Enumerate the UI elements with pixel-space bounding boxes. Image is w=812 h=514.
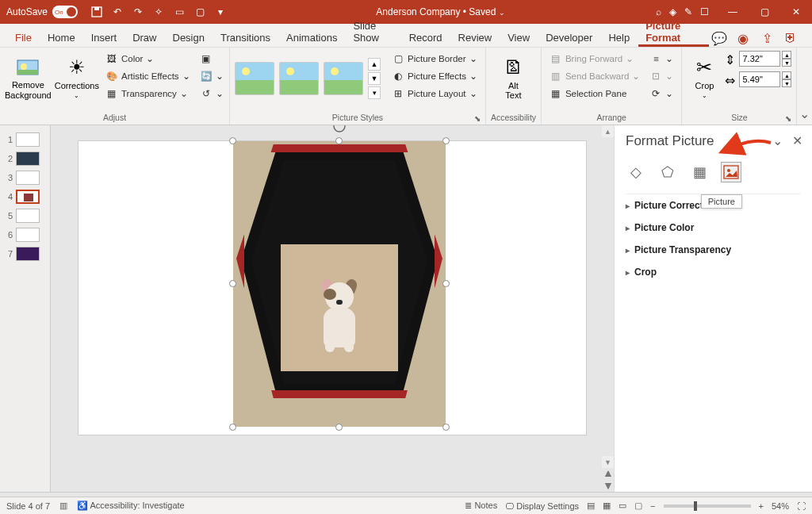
tab-insert[interactable]: Insert: [84, 27, 124, 47]
accessibility-status[interactable]: ♿ Accessibility: Investigate: [77, 501, 185, 511]
minimize-button[interactable]: —: [717, 0, 749, 24]
reading-view-icon[interactable]: ▭: [619, 501, 626, 511]
color-button[interactable]: 🖼Color ⌄: [102, 51, 193, 67]
tab-file[interactable]: File: [8, 27, 39, 47]
thumb-2[interactable]: 2: [0, 149, 50, 168]
slideshow-view-icon[interactable]: ▢: [634, 501, 642, 511]
picture-effects-button[interactable]: ◐Picture Effects ⌄: [389, 68, 481, 84]
tab-draw[interactable]: Draw: [125, 27, 163, 47]
fit-to-window-icon[interactable]: ⛶: [797, 501, 806, 511]
corrections-button[interactable]: ☀ Corrections ⌄: [55, 51, 99, 106]
present-icon[interactable]: ▢: [193, 6, 206, 18]
send-backward-button[interactable]: ▥Send Backward ⌄: [546, 68, 644, 84]
rotate-handle-icon[interactable]: [332, 125, 347, 133]
picture-styles-gallery[interactable]: ▲ ▼ ▾: [235, 51, 381, 106]
selection-pane-button[interactable]: ▦Selection Pane: [546, 86, 644, 102]
section-picture-transparency[interactable]: ▸Picture Transparency: [626, 239, 801, 261]
style-thumb[interactable]: [324, 62, 363, 95]
thumb-7[interactable]: 7: [0, 244, 50, 263]
section-picture-color[interactable]: ▸Picture Color: [626, 217, 801, 239]
slide-counter[interactable]: Slide 4 of 7: [6, 501, 50, 511]
document-title[interactable]: Anderson Company • Saved ⌄: [233, 6, 648, 17]
record-icon[interactable]: ◉: [734, 29, 752, 47]
zoom-out-icon[interactable]: −: [650, 501, 655, 511]
tab-view[interactable]: View: [500, 27, 537, 47]
zoom-level[interactable]: 54%: [772, 501, 789, 511]
autosave[interactable]: AutoSave On: [0, 6, 84, 18]
resize-handle[interactable]: [335, 424, 343, 431]
section-crop[interactable]: ▸Crop: [626, 261, 801, 283]
fill-line-tab-icon[interactable]: ◇: [626, 162, 646, 182]
tab-picture-format[interactable]: Picture Format: [638, 15, 709, 47]
tab-slideshow[interactable]: Slide Show: [346, 15, 400, 47]
thumb-1[interactable]: 1: [0, 130, 50, 149]
vertical-scrollbar[interactable]: ▲ ▼ ⯅⯆: [602, 125, 614, 492]
width-field[interactable]: ⇔ ▲▼: [725, 71, 791, 87]
effects-tab-icon[interactable]: ⬠: [657, 162, 678, 182]
gallery-down-icon[interactable]: ▼: [368, 72, 381, 85]
resize-handle[interactable]: [442, 137, 450, 144]
autosave-toggle[interactable]: On: [52, 6, 78, 18]
resize-handle[interactable]: [335, 137, 343, 144]
picture-border-button[interactable]: ▢Picture Border ⌄: [389, 51, 481, 67]
size-properties-tab-icon[interactable]: ▦: [689, 162, 710, 182]
display-settings-button[interactable]: 🖵 Display Settings: [505, 501, 579, 511]
resize-handle[interactable]: [229, 137, 236, 144]
tab-design[interactable]: Design: [166, 27, 212, 47]
redo-icon[interactable]: ↷: [132, 6, 144, 18]
pane-options-icon[interactable]: ⌄: [772, 133, 783, 148]
width-input[interactable]: [739, 71, 780, 87]
save-icon[interactable]: [90, 6, 103, 18]
compress-pictures-button[interactable]: ▣: [197, 51, 227, 67]
resize-handle[interactable]: [229, 424, 236, 431]
selected-picture[interactable]: [233, 141, 446, 427]
height-input[interactable]: [739, 51, 780, 67]
undo-icon[interactable]: ↶: [111, 6, 124, 18]
zoom-slider[interactable]: [664, 504, 751, 508]
gallery-up-icon[interactable]: ▲: [368, 58, 381, 71]
slide-canvas[interactable]: ▲ ▼ ⯅⯆: [51, 125, 614, 492]
comments-icon[interactable]: 💬: [710, 29, 728, 47]
bring-forward-button[interactable]: ▤Bring Forward ⌄: [546, 51, 644, 67]
remove-background-button[interactable]: Remove Background: [5, 51, 52, 106]
share-icon[interactable]: ⇪: [758, 29, 776, 47]
qat-more-icon[interactable]: ▾: [214, 6, 227, 18]
gallery-more-icon[interactable]: ▾: [368, 86, 381, 99]
touch-mode-icon[interactable]: ✧: [152, 6, 165, 18]
picture-layout-button[interactable]: ⊞Picture Layout ⌄: [389, 86, 481, 102]
tab-transitions[interactable]: Transitions: [213, 27, 278, 47]
reset-picture-button[interactable]: ↺⌄: [197, 86, 227, 102]
picture-tab-icon[interactable]: Picture: [721, 162, 741, 182]
thumb-5[interactable]: 5: [0, 206, 50, 225]
from-beginning-icon[interactable]: ▭: [173, 6, 186, 18]
width-up-icon[interactable]: ▲: [782, 71, 791, 79]
close-button[interactable]: ✕: [780, 0, 812, 24]
normal-view-icon[interactable]: ▤: [587, 501, 595, 511]
width-down-icon[interactable]: ▼: [782, 79, 791, 87]
zoom-in-icon[interactable]: +: [759, 501, 764, 511]
artistic-effects-button[interactable]: 🎨Artistic Effects ⌄: [102, 68, 193, 84]
next-slide-icon[interactable]: ⯆: [602, 480, 614, 492]
tab-record[interactable]: Record: [402, 27, 450, 47]
scroll-up-icon[interactable]: ▲: [602, 125, 614, 137]
sorter-view-icon[interactable]: ▦: [603, 501, 611, 511]
tab-animations[interactable]: Animations: [279, 27, 344, 47]
prev-slide-icon[interactable]: ⯅: [602, 468, 614, 480]
transparency-button[interactable]: ▦Transparency ⌄: [102, 86, 193, 102]
height-field[interactable]: ⇕ ▲▼: [725, 51, 791, 67]
rotate-button[interactable]: ⟳⌄: [646, 86, 676, 102]
thumb-3[interactable]: 3: [0, 168, 50, 187]
maximize-button[interactable]: ▢: [749, 0, 780, 24]
notes-button[interactable]: ≣ Notes: [465, 501, 497, 511]
tab-developer[interactable]: Developer: [538, 27, 599, 47]
thumb-4[interactable]: 4: [0, 187, 50, 206]
language-icon[interactable]: ▥: [59, 501, 67, 511]
resize-handle[interactable]: [442, 280, 450, 287]
tab-home[interactable]: Home: [40, 27, 82, 47]
thumb-6[interactable]: 6: [0, 225, 50, 244]
alt-text-button[interactable]: 🖻 Alt Text: [491, 51, 536, 106]
styles-dialog-launcher-icon[interactable]: ⬊: [474, 114, 481, 123]
align-button[interactable]: ≡⌄: [646, 51, 676, 67]
scroll-down-icon[interactable]: ▼: [602, 456, 614, 468]
present-online-icon[interactable]: ⛨: [782, 29, 799, 47]
